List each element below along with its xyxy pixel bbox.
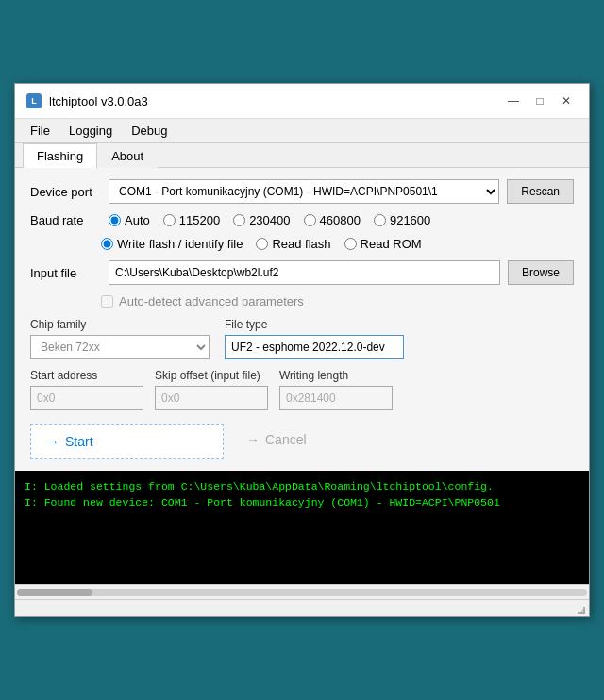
chip-file-row: Chip family Beken 72xx File type: [30, 318, 574, 359]
skip-offset-input[interactable]: [155, 386, 268, 410]
browse-button[interactable]: Browse: [508, 260, 574, 285]
start-label: Start: [65, 434, 93, 449]
device-port-label: Device port: [30, 185, 101, 199]
terminal-line-0: I: Loaded settings from C:\Users\Kuba\Ap…: [25, 478, 579, 494]
tab-about[interactable]: About: [97, 143, 158, 168]
tab-flashing[interactable]: Flashing: [23, 143, 97, 168]
horizontal-scrollbar[interactable]: [17, 589, 587, 596]
start-address-label: Start address: [30, 369, 143, 382]
mode-read-flash[interactable]: Read flash: [256, 237, 330, 251]
baud-230400[interactable]: 230400: [233, 213, 290, 227]
device-port-select[interactable]: COM1 - Port komunikacyjny (COM1) - HWID=…: [109, 179, 499, 204]
rescan-button[interactable]: Rescan: [507, 179, 574, 204]
menu-logging[interactable]: Logging: [61, 121, 120, 141]
menu-bar: File Logging Debug: [15, 119, 589, 143]
input-file-row: Input file Browse: [30, 260, 574, 285]
cancel-button[interactable]: → Cancel: [246, 432, 307, 447]
skip-offset-group: Skip offset (input file): [155, 369, 268, 410]
mode-options: Write flash / identify file Read flash R…: [101, 237, 422, 251]
tab-bar: Flashing About: [15, 143, 589, 168]
window-title: ltchiptool v3.0.0a3: [49, 94, 502, 108]
action-row: → Start → Cancel: [30, 420, 574, 459]
main-window: L ltchiptool v3.0.0a3 — □ ✕ File Logging…: [14, 83, 590, 617]
file-type-group: File type: [225, 318, 404, 359]
mode-write-flash[interactable]: Write flash / identify file: [101, 237, 243, 251]
start-arrow: →: [46, 434, 59, 449]
input-file-field[interactable]: [109, 260, 500, 285]
app-icon: L: [26, 93, 42, 108]
auto-detect-label: Auto-detect advanced parameters: [119, 294, 304, 308]
skip-offset-label: Skip offset (input file): [155, 369, 268, 382]
file-type-input[interactable]: [225, 335, 404, 359]
window-controls: — □ ✕: [502, 92, 578, 110]
menu-debug[interactable]: Debug: [124, 121, 175, 141]
device-port-row: Device port COM1 - Port komunikacyjny (C…: [30, 179, 574, 204]
baud-rate-row: Baud rate Auto 115200 230400 460800: [30, 213, 574, 227]
address-row: Start address Skip offset (input file) W…: [30, 369, 574, 410]
chip-family-select[interactable]: Beken 72xx: [30, 335, 210, 359]
baud-auto[interactable]: Auto: [109, 213, 150, 227]
start-button[interactable]: → Start: [46, 434, 93, 449]
cancel-label: Cancel: [265, 432, 307, 447]
resize-grip[interactable]: [574, 603, 585, 614]
chip-family-label: Chip family: [30, 318, 210, 331]
mode-read-rom[interactable]: Read ROM: [344, 237, 422, 251]
baud-rate-label: Baud rate: [30, 213, 101, 227]
cancel-arrow: →: [246, 432, 260, 447]
start-box: → Start: [30, 424, 224, 459]
close-button[interactable]: ✕: [555, 92, 578, 110]
menu-file[interactable]: File: [23, 121, 58, 141]
writing-length-group: Writing length: [279, 369, 393, 410]
scrollbar-thumb[interactable]: [17, 589, 92, 596]
baud-rate-options: Auto 115200 230400 460800 921600: [109, 213, 430, 227]
main-content: Device port COM1 - Port komunikacyjny (C…: [15, 168, 589, 471]
start-address-input[interactable]: [30, 386, 143, 410]
maximize-button[interactable]: □: [528, 92, 551, 110]
auto-detect-checkbox[interactable]: [101, 295, 113, 308]
status-bar: [15, 599, 589, 616]
terminal-output: I: Loaded settings from C:\Users\Kuba\Ap…: [15, 471, 589, 584]
baud-921600[interactable]: 921600: [374, 213, 430, 227]
start-address-group: Start address: [30, 369, 143, 410]
terminal-line-1: I: Found new device: COM1 - Port komunik…: [25, 494, 579, 510]
baud-460800[interactable]: 460800: [304, 213, 361, 227]
minimize-button[interactable]: —: [502, 92, 525, 110]
writing-length-input[interactable]: [279, 386, 393, 410]
scrollbar-area: [15, 584, 589, 599]
file-type-label: File type: [225, 318, 404, 331]
title-bar: L ltchiptool v3.0.0a3 — □ ✕: [15, 84, 589, 119]
chip-family-group: Chip family Beken 72xx: [30, 318, 210, 359]
input-file-label: Input file: [30, 266, 101, 280]
writing-length-label: Writing length: [279, 369, 393, 382]
baud-115200[interactable]: 115200: [163, 213, 220, 227]
mode-options-row: Write flash / identify file Read flash R…: [101, 237, 574, 251]
auto-detect-row: Auto-detect advanced parameters: [101, 294, 574, 308]
